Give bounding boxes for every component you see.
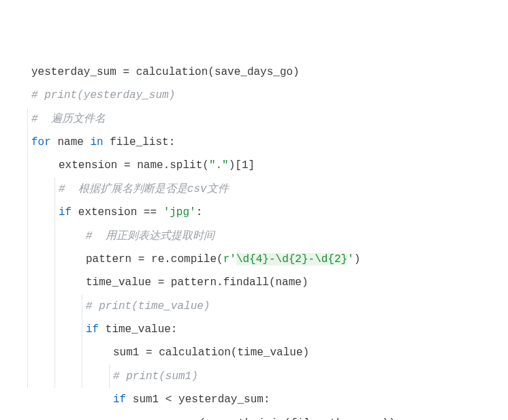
code-token-punct	[137, 206, 144, 219]
code-token-punct	[104, 136, 110, 148]
code-token-regex-open: '	[229, 253, 236, 265]
code-token-punct: (	[217, 253, 223, 265]
code-token-punct: .	[163, 159, 170, 172]
code-token-punct: ]	[249, 159, 255, 172]
code-token-punct	[139, 346, 146, 359]
code-token-punct	[51, 136, 58, 148]
code-line: if time_value:	[31, 318, 508, 341]
code-token-func: split	[170, 159, 202, 172]
code-token-ident: os	[206, 417, 219, 420]
code-token-ident: time_value	[106, 323, 171, 336]
code-token-func: join	[258, 417, 284, 420]
code-line: for name in file_list:	[31, 131, 508, 154]
indent-guide	[27, 108, 28, 389]
code-token-ident: path	[225, 417, 251, 420]
code-token-punct: :	[171, 323, 178, 336]
code-token-keyword: if	[86, 323, 99, 336]
code-token-regex-esc: \d{2}	[276, 253, 308, 265]
code-token-punct	[99, 323, 106, 336]
code-token-op: <	[165, 393, 172, 406]
code-token-ident: time_value	[237, 346, 302, 359]
code-token-ident: save_days_go	[215, 66, 293, 78]
code-token-ident: time_value	[86, 276, 151, 289]
code-token-regex-plain: -	[269, 253, 276, 265]
code-token-punct: .	[164, 253, 171, 265]
code-token-punct: (	[202, 159, 209, 172]
code-token-punct	[157, 206, 163, 219]
code-token-ident: name	[276, 276, 302, 289]
code-token-punct: )	[354, 253, 361, 265]
code-token-ident: re	[151, 253, 164, 265]
code-token-string: "."	[209, 159, 229, 172]
code-token-ident: os	[140, 417, 153, 420]
code-token-punct: :	[196, 206, 203, 219]
code-token-punct: (	[208, 66, 215, 78]
code-token-comment: # 根据扩展名判断是否是csv文件	[59, 183, 229, 195]
code-token-op: =	[138, 253, 145, 265]
code-token-regex-esc: \d{4}	[236, 253, 269, 265]
code-line: # print(sum1)	[31, 365, 508, 388]
code-line: time_value = pattern.findall(name)	[31, 271, 508, 294]
code-token-op: =	[123, 66, 129, 78]
code-token-string: 'jpg'	[163, 206, 196, 219]
code-token-ident: extension	[78, 206, 137, 219]
code-line: # 遍历文件名	[31, 108, 508, 131]
code-token-regex-esc: \d{2}	[315, 253, 347, 265]
code-token-punct	[72, 206, 78, 219]
code-token-punct: .	[251, 417, 258, 420]
code-token-punct: :	[169, 136, 176, 148]
code-token-punct: .	[219, 417, 225, 420]
code-block: yesterday_sum = calculation(save_days_go…	[0, 0, 508, 420]
code-token-ident: name	[137, 159, 163, 172]
code-token-ident: name	[57, 136, 83, 148]
code-token-punct	[164, 276, 171, 289]
code-token-punct: )	[302, 276, 308, 289]
code-token-punct: )	[302, 346, 309, 359]
code-token-regex-prefix: r	[223, 253, 230, 265]
code-line: # print(yesterday_sum)	[31, 84, 508, 107]
code-line: if extension == 'jpg':	[31, 201, 508, 224]
code-token-comment: # print(yesterday_sum)	[31, 89, 175, 101]
code-token-comment: # print(sum1)	[113, 370, 198, 383]
code-token-punct: (	[284, 417, 291, 420]
code-token-punct	[116, 66, 123, 78]
code-line: sum1 = calculation(time_value)	[31, 341, 508, 364]
code-token-punct: )[	[229, 159, 242, 172]
code-token-ident: pattern	[86, 253, 131, 265]
code-token-ident: sum1	[133, 393, 159, 406]
code-token-punct	[153, 346, 159, 359]
code-token-ident: extension	[59, 159, 117, 172]
code-token-comment: # print(time_value)	[86, 300, 210, 312]
code-token-punct: :	[264, 393, 270, 406]
code-line: if sum1 < yesterday_sum:	[31, 388, 508, 411]
code-token-comment: # 用正则表达式提取时间	[86, 230, 215, 242]
code-token-keyword: in	[90, 136, 103, 148]
code-token-regex-plain: -	[308, 253, 315, 265]
code-token-punct: ,	[343, 417, 356, 420]
code-token-comment: # 遍历文件名	[31, 113, 106, 125]
code-token-keyword: if	[113, 393, 126, 406]
code-line: extension = name.split(".")[1]	[31, 154, 508, 177]
code-token-func: compile	[171, 253, 217, 265]
code-token-func: calculation	[159, 346, 231, 359]
code-token-keyword: if	[59, 206, 72, 219]
code-line: yesterday_sum = calculation(save_days_go…	[31, 61, 508, 84]
code-token-ident: pattern	[171, 276, 217, 289]
code-token-punct	[84, 136, 91, 148]
code-token-ident: sum1	[113, 346, 139, 359]
code-token-punct: ))	[382, 417, 395, 420]
code-token-func: findall	[223, 276, 269, 289]
code-line: # 用正则表达式提取时间	[31, 225, 508, 248]
code-token-ident: yesterday_sum	[178, 393, 264, 406]
code-token-op: ==	[144, 206, 157, 219]
code-token-ident: name	[356, 417, 382, 420]
code-line: pattern = re.compile(r'\d{4}-\d{2}-\d{2}…	[31, 248, 508, 271]
code-token-ident: yesterday_sum	[31, 66, 116, 78]
code-token-op: =	[146, 346, 153, 359]
code-token-func: remove	[160, 417, 200, 420]
code-line: # 根据扩展名判断是否是csv文件	[31, 178, 508, 201]
code-token-punct	[172, 393, 178, 406]
code-token-punct: (	[269, 276, 276, 289]
code-token-punct: )	[293, 66, 300, 78]
code-token-punct: (	[199, 417, 206, 420]
